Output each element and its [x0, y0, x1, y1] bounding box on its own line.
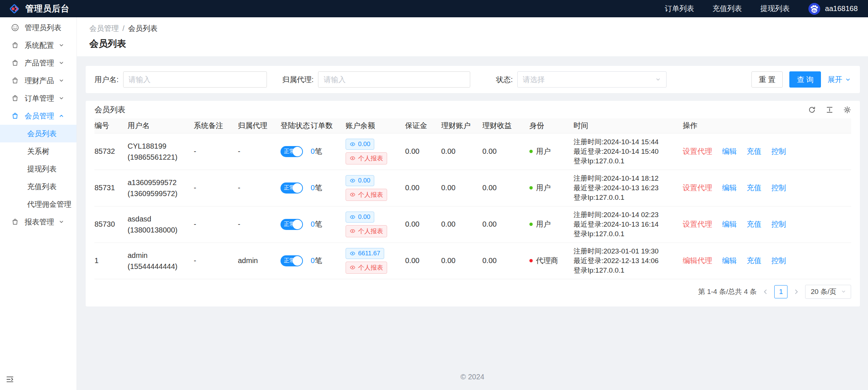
role-dot [529, 150, 533, 153]
refresh-icon[interactable] [808, 106, 816, 114]
action-control[interactable]: 控制 [771, 220, 786, 228]
sidebar-item-order-manage[interactable]: 订单管理 [0, 89, 76, 107]
action-set-agent[interactable]: 设置代理 [683, 147, 712, 155]
prev-page-button[interactable] [762, 288, 769, 295]
personal-report-badge[interactable]: 个人报表 [346, 152, 387, 164]
bag-icon [11, 59, 19, 67]
username: aa168168 [825, 4, 858, 13]
username-filter-label: 用户名: [94, 75, 119, 85]
role-badge: 代理商 [529, 256, 570, 266]
status-filter: 状态: 请选择 [496, 71, 667, 88]
sidebar-item-system-config[interactable]: 系统配置 [0, 36, 76, 54]
sidebar-item-report-manage[interactable]: 报表管理 [0, 213, 76, 231]
agent-filter: 归属代理: [282, 71, 471, 88]
toggle-knob [293, 220, 302, 229]
action-control[interactable]: 控制 [771, 256, 786, 265]
sidebar-subitem-member-list[interactable]: 会员列表 [0, 125, 76, 142]
action-edit[interactable]: 编辑 [722, 147, 737, 155]
badge-stack: 0.00个人报表 [346, 139, 401, 164]
sidebar-item-admin-list[interactable]: 管理员列表 [0, 19, 76, 36]
sidebar-item-member-manage[interactable]: 会员管理 [0, 107, 76, 125]
member-table-card: 会员列表 [86, 101, 860, 306]
personal-report-badge[interactable]: 个人报表 [346, 189, 387, 201]
deposit-cell: 0.00 [405, 242, 441, 279]
finance-account-cell: 0.00 [441, 206, 482, 242]
navbar-link[interactable]: 提现列表 [760, 4, 790, 14]
login-status-cell: 正常 [281, 133, 311, 170]
brand: 管理员后台 [8, 3, 69, 15]
sidebar-subitem-agent-commission[interactable]: 代理佣金管理 [0, 195, 76, 213]
settings-gear-icon[interactable] [843, 106, 851, 114]
time-line: 最近登录:2024-10-14 15:40 [574, 147, 679, 156]
eye-icon [350, 155, 356, 161]
login-status-toggle[interactable]: 正常 [281, 255, 303, 266]
action-set-agent[interactable]: 设置代理 [683, 220, 712, 228]
login-status-toggle[interactable]: 正常 [281, 146, 303, 157]
time-cell: 注册时间:2024-10-14 02:23最近登录:2024-10-13 16:… [574, 206, 683, 242]
expand-link[interactable]: 展开 [828, 75, 851, 85]
finance-account-cell: 0.00 [441, 170, 482, 206]
action-edit-agent[interactable]: 编辑代理 [683, 256, 712, 265]
action-recharge[interactable]: 充值 [747, 147, 761, 155]
action-set-agent[interactable]: 设置代理 [683, 184, 712, 192]
next-page-button[interactable] [793, 288, 800, 295]
search-button[interactable]: 查 询 [789, 71, 821, 88]
login-status-cell: 正常 [281, 242, 311, 279]
personal-report-badge[interactable]: 个人报表 [346, 225, 387, 237]
orders-cell: 0笔 [311, 133, 346, 170]
breadcrumb-parent[interactable]: 会员管理 [89, 24, 119, 33]
page-number-button[interactable]: 1 [774, 285, 787, 298]
action-recharge[interactable]: 充值 [747, 220, 761, 228]
balance-badge[interactable]: 0.00 [346, 212, 374, 223]
reset-button[interactable]: 重 置 [751, 71, 783, 88]
copyright: © 2024 [461, 373, 485, 381]
column-header: 时间 [574, 118, 683, 133]
member-table: 编号用户名系统备注归属代理登陆状态订单数账户余额保证金理财账户理财收益身份时间操… [94, 118, 851, 279]
role-badge: 用户 [529, 146, 570, 156]
orders-unit: 笔 [315, 147, 322, 155]
username-filter-input[interactable] [123, 71, 267, 88]
orders-count: 0 [311, 147, 315, 155]
table-header-row: 编号用户名系统备注归属代理登陆状态订单数账户余额保证金理财账户理财收益身份时间操… [94, 118, 851, 133]
action-recharge[interactable]: 充值 [747, 184, 761, 192]
column-header: 编号 [94, 118, 128, 133]
personal-report-badge[interactable]: 个人报表 [346, 262, 387, 274]
sidebar-subitem-recharge-list[interactable]: 充值列表 [0, 178, 76, 195]
column-header: 操作 [683, 118, 851, 133]
balance-badge[interactable]: 0.00 [346, 139, 374, 150]
balance-badge[interactable]: 0.00 [346, 175, 374, 186]
action-control[interactable]: 控制 [771, 184, 786, 192]
sidebar-item-product-manage[interactable]: 产品管理 [0, 54, 76, 72]
sidebar-subitem-withdraw-list[interactable]: 提现列表 [0, 160, 76, 178]
sidebar-item-finance-product[interactable]: 理财产品 [0, 72, 76, 89]
page-size-select[interactable]: 20 条/页 [805, 285, 851, 299]
action-edit[interactable]: 编辑 [722, 220, 737, 228]
balance-badge[interactable]: 6611.67 [346, 248, 384, 259]
login-status-toggle[interactable]: 正常 [281, 182, 303, 194]
navbar-links: 订单列表充值列表提现列表 [665, 4, 790, 14]
report-label: 个人报表 [358, 227, 383, 235]
table-row: 85731a13609599572(13609599572)--正常0笔0.00… [94, 170, 851, 206]
action-edit[interactable]: 编辑 [722, 256, 737, 265]
user-menu[interactable]: du aa168168 [808, 3, 858, 15]
eye-icon [350, 265, 356, 270]
actions-cell: 设置代理编辑充值控制 [683, 170, 851, 206]
agent-filter-input[interactable] [318, 71, 470, 88]
density-icon[interactable] [826, 106, 833, 114]
orders-unit: 笔 [315, 184, 322, 192]
action-edit[interactable]: 编辑 [722, 184, 737, 192]
role-cell: 用户 [529, 170, 574, 206]
navbar-link[interactable]: 充值列表 [712, 4, 742, 14]
navbar-link[interactable]: 订单列表 [665, 4, 694, 14]
eye-icon [350, 251, 356, 256]
action-control[interactable]: 控制 [771, 147, 786, 155]
balance-cell: 0.00个人报表 [346, 170, 405, 206]
system-remark-cell: - [194, 242, 238, 279]
action-recharge[interactable]: 充值 [747, 256, 761, 265]
status-filter-select[interactable]: 请选择 [517, 71, 667, 88]
sidebar-subitem-relation-tree[interactable]: 关系树 [0, 142, 76, 160]
report-label: 个人报表 [358, 154, 383, 163]
login-status-toggle[interactable]: 正常 [281, 219, 303, 230]
role-label: 代理商 [536, 256, 558, 266]
menu-fold-icon[interactable] [6, 375, 14, 385]
